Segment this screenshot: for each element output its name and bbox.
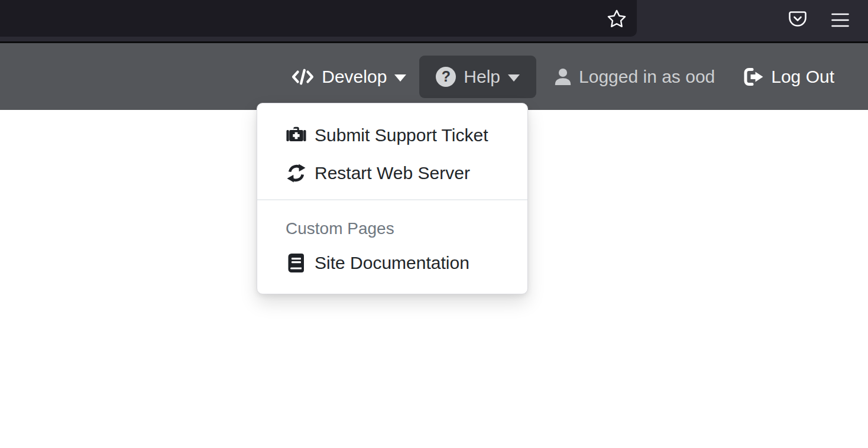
nav-log-out-label: Log Out	[771, 67, 834, 87]
help-dropdown-menu: Submit Support Ticket Restart Web Server…	[257, 103, 528, 294]
sync-icon	[286, 164, 307, 183]
menu-item-site-documentation[interactable]: Site Documentation	[257, 244, 527, 282]
url-bar[interactable]	[0, 0, 637, 37]
nav-help[interactable]: ? Help	[419, 56, 536, 98]
sign-out-icon	[743, 67, 765, 86]
menu-hamburger-icon[interactable]	[829, 10, 851, 30]
chevron-down-icon	[508, 74, 520, 82]
book-icon	[286, 254, 307, 272]
medkit-icon	[286, 126, 307, 145]
code-icon	[292, 68, 314, 86]
question-glyph: ?	[442, 68, 451, 85]
menu-item-restart-web-server[interactable]: Restart Web Server	[257, 154, 527, 192]
nav-develop[interactable]: Develop	[292, 67, 406, 87]
menu-item-label: Submit Support Ticket	[315, 125, 488, 145]
nav-log-out[interactable]: Log Out	[743, 67, 834, 87]
dashboard-navbar: Develop ? Help Logged in as ood Log Out	[0, 43, 868, 110]
menu-item-label: Restart Web Server	[315, 163, 470, 183]
menu-header-custom-pages: Custom Pages	[257, 200, 527, 244]
question-circle-icon: ?	[436, 67, 456, 87]
bookmark-star-icon[interactable]	[601, 8, 632, 30]
user-icon	[553, 67, 572, 86]
nav-logged-in-text: Logged in as ood	[553, 67, 715, 87]
nav-logged-in-label: Logged in as ood	[579, 67, 715, 87]
pocket-icon[interactable]	[786, 8, 809, 30]
menu-item-submit-support-ticket[interactable]: Submit Support Ticket	[257, 116, 527, 154]
nav-develop-label: Develop	[322, 67, 387, 87]
chevron-down-icon	[394, 74, 406, 82]
menu-item-label: Site Documentation	[315, 253, 469, 273]
nav-help-label: Help	[464, 67, 500, 87]
browser-toolbar	[0, 0, 868, 43]
